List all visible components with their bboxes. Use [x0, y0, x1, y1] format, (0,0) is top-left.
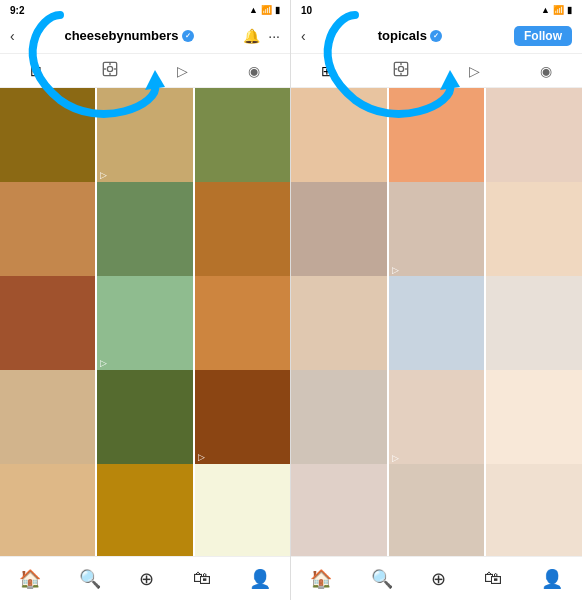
grid-item[interactable] [291, 88, 387, 184]
grid-item[interactable] [486, 88, 582, 184]
left-time: 9:2 [10, 5, 24, 16]
left-verified-badge: ✓ [182, 30, 194, 42]
reel-indicator: ▷ [392, 453, 399, 463]
left-username: cheesebynumbers [64, 28, 178, 43]
left-nav-add[interactable]: ⊕ [139, 568, 154, 590]
signal-icon: ▲ [249, 5, 258, 15]
right-status-bar: 10 ▲ 📶 ▮ [291, 0, 582, 18]
left-more-icon[interactable]: ··· [268, 28, 280, 44]
left-status-bar: 9:2 ▲ 📶 ▮ [0, 0, 290, 18]
grid-item[interactable] [97, 464, 192, 556]
left-nav-shop[interactable]: 🛍 [193, 568, 211, 589]
grid-item[interactable] [486, 464, 582, 556]
grid-item[interactable] [195, 276, 290, 371]
right-header: ‹ topicals ✓ Follow [291, 18, 582, 54]
grid-item[interactable] [0, 370, 95, 465]
reel-indicator: ▷ [392, 265, 399, 275]
left-tab-tag[interactable]: ◉ [248, 63, 260, 79]
grid-item[interactable] [389, 88, 485, 184]
right-nav-shop[interactable]: 🛍 [484, 568, 502, 589]
grid-item[interactable] [0, 182, 95, 277]
left-grid: ▷ ▷ ▷ [0, 88, 290, 556]
grid-item[interactable]: ▷ [97, 88, 192, 183]
follow-button[interactable]: Follow [514, 26, 572, 46]
right-nav-add[interactable]: ⊕ [431, 568, 446, 590]
grid-item[interactable] [0, 276, 95, 371]
grid-item[interactable] [195, 182, 290, 277]
grid-item[interactable] [389, 464, 485, 556]
right-tab-video[interactable]: ▷ [469, 63, 480, 79]
right-tabs: ⊞ ▷ ◉ [291, 54, 582, 88]
battery-icon: ▮ [567, 5, 572, 15]
left-tab-reels[interactable] [102, 61, 118, 80]
battery-icon: ▮ [275, 5, 280, 15]
left-bell-icon[interactable]: 🔔 [243, 28, 260, 44]
grid-item[interactable] [97, 182, 192, 277]
reel-indicator: ▷ [198, 452, 205, 462]
grid-item[interactable] [486, 276, 582, 372]
grid-item[interactable] [486, 370, 582, 466]
reel-indicator: ▷ [100, 358, 107, 368]
left-nav-home[interactable]: 🏠 [19, 568, 41, 590]
left-phone: 9:2 ▲ 📶 ▮ ‹ cheesebynumbers ✓ 🔔 ··· ⊞ [0, 0, 291, 600]
right-grid: ▷ ▷ [291, 88, 582, 556]
right-username: topicals [378, 28, 427, 43]
grid-item[interactable] [97, 370, 192, 465]
left-nav-profile[interactable]: 👤 [249, 568, 271, 590]
grid-item[interactable] [195, 464, 290, 556]
left-username-area: cheesebynumbers ✓ [64, 28, 193, 43]
left-tab-grid[interactable]: ⊞ [30, 63, 42, 79]
right-verified-badge: ✓ [430, 30, 442, 42]
grid-item[interactable] [0, 88, 95, 183]
right-nav-home[interactable]: 🏠 [310, 568, 332, 590]
grid-item[interactable] [291, 370, 387, 466]
left-back-button[interactable]: ‹ [10, 28, 15, 44]
left-header-icons: 🔔 ··· [243, 28, 280, 44]
right-nav-search[interactable]: 🔍 [371, 568, 393, 590]
right-tab-grid[interactable]: ⊞ [321, 63, 333, 79]
svg-point-1 [107, 66, 112, 71]
wifi-icon: 📶 [261, 5, 272, 15]
grid-item[interactable]: ▷ [195, 370, 290, 465]
svg-point-7 [398, 66, 403, 71]
reel-indicator: ▷ [100, 170, 107, 180]
left-tabs: ⊞ ▷ ◉ [0, 54, 290, 88]
grid-item[interactable] [291, 182, 387, 278]
grid-item[interactable]: ▷ [97, 276, 192, 371]
left-status-icons: ▲ 📶 ▮ [249, 5, 280, 15]
grid-item[interactable] [195, 88, 290, 183]
left-bottom-nav: 🏠 🔍 ⊕ 🛍 👤 [0, 556, 290, 600]
right-tab-reels[interactable] [393, 61, 409, 80]
right-status-icons: ▲ 📶 ▮ [541, 5, 572, 15]
grid-item[interactable] [486, 182, 582, 278]
wifi-icon: 📶 [553, 5, 564, 15]
right-username-area: topicals ✓ [378, 28, 442, 43]
right-tab-tag[interactable]: ◉ [540, 63, 552, 79]
right-phone: 10 ▲ 📶 ▮ ‹ topicals ✓ Follow ⊞ ▷ ◉ [291, 0, 582, 600]
left-header: ‹ cheesebynumbers ✓ 🔔 ··· [0, 18, 290, 54]
right-nav-profile[interactable]: 👤 [541, 568, 563, 590]
grid-item[interactable] [291, 464, 387, 556]
grid-item[interactable] [291, 276, 387, 372]
right-time: 10 [301, 5, 312, 16]
grid-item[interactable]: ▷ [389, 370, 485, 466]
right-back-button[interactable]: ‹ [301, 28, 306, 44]
left-tab-video[interactable]: ▷ [177, 63, 188, 79]
grid-item[interactable] [0, 464, 95, 556]
right-bottom-nav: 🏠 🔍 ⊕ 🛍 👤 [291, 556, 582, 600]
left-nav-search[interactable]: 🔍 [79, 568, 101, 590]
signal-icon: ▲ [541, 5, 550, 15]
grid-item[interactable]: ▷ [389, 182, 485, 278]
grid-item[interactable] [389, 276, 485, 372]
